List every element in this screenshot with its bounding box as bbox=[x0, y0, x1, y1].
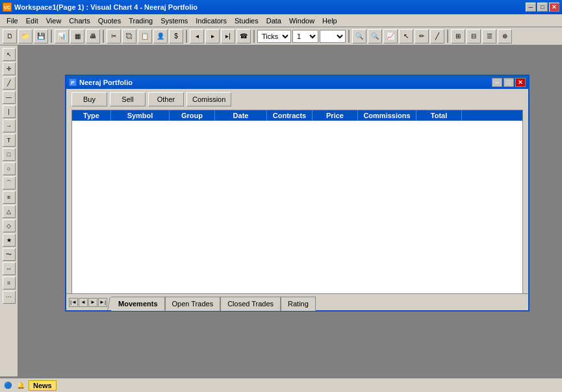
nav-first-btn[interactable]: |◄ bbox=[69, 298, 78, 307]
sidebar-wave-btn[interactable]: 〜 bbox=[3, 248, 16, 261]
sidebar-fib-btn[interactable]: ≡ bbox=[3, 191, 16, 204]
status-icon-2: 🔔 bbox=[16, 380, 26, 391]
sidebar-arc-btn[interactable]: ⌒ bbox=[3, 177, 16, 190]
menu-data[interactable]: Data bbox=[262, 16, 285, 26]
dialog-minimize-btn[interactable]: ─ bbox=[492, 78, 502, 87]
nav-controls: |◄ ◄ ► ►| bbox=[69, 298, 107, 307]
col-total: Total bbox=[416, 110, 462, 121]
toolbar-extra-btn[interactable]: ⊕ bbox=[498, 29, 512, 43]
toolbar-print-btn[interactable]: 🖶 bbox=[86, 29, 100, 43]
sidebar-cross-btn[interactable]: ✛ bbox=[3, 62, 16, 75]
col-symbol: Symbol bbox=[111, 110, 170, 121]
sidebar-hline-btn[interactable]: — bbox=[3, 91, 16, 104]
dialog-table-area: Type Symbol Group Date Contracts Price C… bbox=[66, 110, 528, 310]
sidebar-measure-btn[interactable]: ↔ bbox=[3, 262, 16, 275]
title-left: VC Workspace1(Page 1) : Visual Chart 4 -… bbox=[3, 3, 198, 12]
news-badge[interactable]: News bbox=[29, 380, 57, 391]
nav-last-btn[interactable]: ►| bbox=[98, 298, 107, 307]
toolbar-table-btn[interactable]: ⊟ bbox=[466, 29, 481, 43]
tabs-container: Movements Open Trades Closed Trades Rati… bbox=[111, 295, 316, 310]
toolbar-pencil-btn[interactable]: ✏ bbox=[415, 29, 429, 43]
dialog-title: Neeraj Portfolio bbox=[79, 79, 133, 86]
toolbar-sep-6 bbox=[447, 30, 448, 43]
menu-window[interactable]: Window bbox=[285, 16, 318, 26]
col-commissions: Commissions bbox=[358, 110, 416, 121]
menu-view[interactable]: View bbox=[42, 16, 66, 26]
commission-button[interactable]: Comission bbox=[186, 92, 231, 106]
menu-indicators[interactable]: Indicators bbox=[192, 16, 231, 26]
menu-bar: File Edit View Charts Quotes Trading Sys… bbox=[0, 14, 562, 27]
dialog-restore-btn[interactable]: □ bbox=[504, 78, 514, 87]
buy-button[interactable]: Buy bbox=[71, 92, 107, 106]
other-button[interactable]: Other bbox=[148, 92, 184, 106]
toolbar-open-btn[interactable]: 📁 bbox=[18, 29, 32, 43]
toolbar-end-btn[interactable]: ▸| bbox=[221, 29, 235, 43]
sidebar-star-btn[interactable]: ★ bbox=[3, 234, 16, 247]
sidebar-rect-btn[interactable]: □ bbox=[3, 148, 16, 161]
nav-next-btn[interactable]: ► bbox=[88, 298, 97, 307]
toolbar-zoom-in-btn[interactable]: 🔍 bbox=[352, 29, 366, 43]
toolbar-dollar-btn[interactable]: $ bbox=[169, 29, 183, 43]
sidebar-ray-btn[interactable]: → bbox=[3, 119, 16, 132]
toolbar-cut-btn[interactable]: ✂ bbox=[107, 29, 121, 43]
main-title: Workspace1(Page 1) : Visual Chart 4 - Ne… bbox=[14, 3, 198, 11]
sidebar-arrow-btn[interactable]: ↖ bbox=[3, 48, 16, 61]
toolbar-grid-btn[interactable]: ⊞ bbox=[451, 29, 465, 43]
toolbar-arrow-left-btn[interactable]: ◂ bbox=[190, 29, 204, 43]
nav-prev-btn[interactable]: ◄ bbox=[79, 298, 88, 307]
main-toolbar: 🗋 📁 💾 📊 ▦ 🖶 ✂ ⿻ 📋 👤 $ ◂ ▸ ▸| ☎ Ticks 1 🔍… bbox=[0, 27, 562, 45]
menu-help[interactable]: Help bbox=[318, 16, 341, 26]
menu-charts[interactable]: Charts bbox=[65, 16, 94, 26]
sidebar-triangle-btn[interactable]: △ bbox=[3, 205, 16, 218]
col-group: Group bbox=[170, 110, 215, 121]
sidebar-diamond-btn[interactable]: ◇ bbox=[3, 219, 16, 232]
toolbar-phone-btn[interactable]: ☎ bbox=[236, 29, 251, 43]
sidebar-speed-btn[interactable]: ⋯ bbox=[3, 291, 16, 304]
dialog-close-btn[interactable]: ✕ bbox=[515, 78, 526, 87]
tab-movements[interactable]: Movements bbox=[111, 297, 165, 311]
toolbar-graph-btn[interactable]: 📈 bbox=[383, 29, 398, 43]
toolbar-sep-5 bbox=[348, 30, 350, 43]
menu-trading[interactable]: Trading bbox=[125, 16, 157, 26]
toolbar-sep-2 bbox=[103, 30, 104, 43]
col-date: Date bbox=[215, 110, 267, 121]
menu-quotes[interactable]: Quotes bbox=[94, 16, 125, 26]
status-bar: 🔵 🔔 News bbox=[0, 378, 562, 392]
sidebar-line-btn[interactable]: ╱ bbox=[3, 77, 16, 90]
tab-rating[interactable]: Rating bbox=[281, 297, 316, 311]
toolbar-save-btn[interactable]: 💾 bbox=[34, 29, 48, 43]
menu-systems[interactable]: Systems bbox=[157, 16, 192, 26]
toolbar-play-btn[interactable]: ▸ bbox=[205, 29, 220, 43]
toolbar-cursor-btn[interactable]: ↖ bbox=[399, 29, 413, 43]
toolbar-new-btn[interactable]: 🗋 bbox=[3, 29, 17, 43]
toolbar-person-btn[interactable]: 👤 bbox=[153, 29, 168, 43]
ticks-dropdown[interactable]: Ticks bbox=[257, 30, 291, 43]
sidebar-gann-btn[interactable]: ⌗ bbox=[3, 276, 16, 289]
toolbar-list-btn[interactable]: ☰ bbox=[482, 29, 496, 43]
tab-open-trades[interactable]: Open Trades bbox=[165, 297, 221, 311]
toolbar-chart-btn[interactable]: 📊 bbox=[55, 29, 69, 43]
col-price: Price bbox=[313, 110, 358, 121]
toolbar-copy-btn[interactable]: ⿻ bbox=[122, 29, 136, 43]
menu-file[interactable]: File bbox=[3, 16, 22, 26]
toolbar-paste-btn[interactable]: 📋 bbox=[138, 29, 152, 43]
toolbar-bar-btn[interactable]: ▦ bbox=[70, 29, 84, 43]
tab-closed-trades[interactable]: Closed Trades bbox=[220, 297, 281, 311]
toolbar-zoom-out-btn[interactable]: 🔍 bbox=[368, 29, 382, 43]
dialog-bottom: |◄ ◄ ► ►| Movements Open Trades Closed T… bbox=[66, 293, 528, 310]
scale-dropdown[interactable] bbox=[320, 30, 346, 43]
period-dropdown[interactable]: 1 bbox=[292, 30, 318, 43]
sidebar-text-btn[interactable]: T bbox=[3, 134, 16, 147]
sidebar-ellipse-btn[interactable]: ○ bbox=[3, 162, 16, 175]
menu-studies[interactable]: Studies bbox=[231, 16, 262, 26]
menu-edit[interactable]: Edit bbox=[22, 16, 42, 26]
sell-button[interactable]: Sell bbox=[110, 92, 146, 106]
toolbar-line-btn[interactable]: ╱ bbox=[430, 29, 444, 43]
table-header: Type Symbol Group Date Contracts Price C… bbox=[72, 110, 522, 121]
minimize-button[interactable]: ─ bbox=[526, 3, 536, 12]
sidebar-vline-btn[interactable]: | bbox=[3, 105, 16, 118]
table-body bbox=[72, 121, 522, 251]
close-button[interactable]: ✕ bbox=[549, 3, 559, 12]
col-type: Type bbox=[72, 110, 111, 121]
restore-button[interactable]: □ bbox=[537, 3, 548, 12]
